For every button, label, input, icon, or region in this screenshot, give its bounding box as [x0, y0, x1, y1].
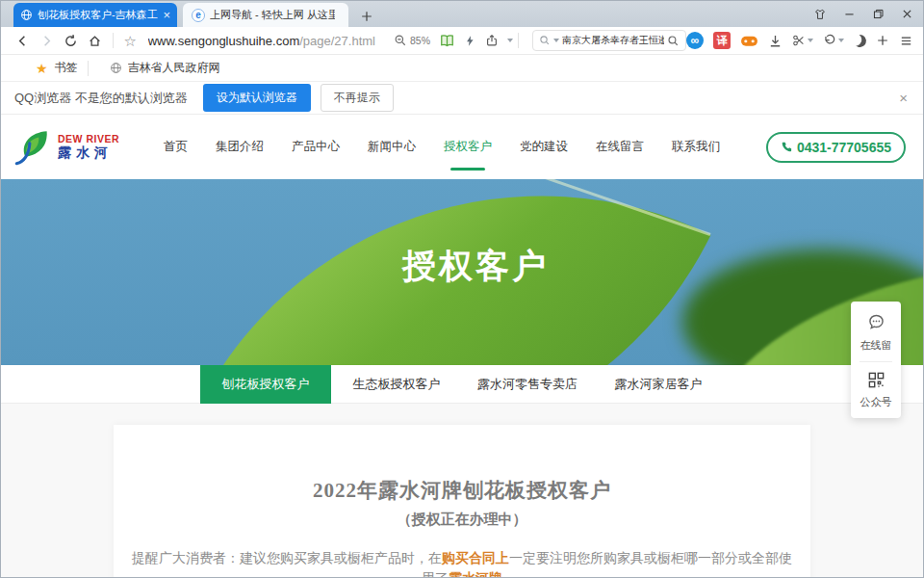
tab-strip: 刨花板授权客户-吉林森工远东林业 × e 上网导航 - 轻快上网 从这里开始 [1, 1, 923, 27]
notification-message: QQ浏览器 不是您的默认浏览器 [14, 90, 188, 107]
chat-bubble-icon [851, 312, 901, 332]
share-icon[interactable] [485, 34, 499, 47]
subtab-particleboard-clients[interactable]: 刨花板授权客户 [200, 365, 331, 404]
search-query[interactable]: 南京大屠杀幸存者王恒逝世 [562, 34, 664, 47]
page-content: 2022年露水河牌刨花板授权客户 （授权正在办理中） 提醒广大消费者：建议您购买… [1, 404, 923, 577]
browser-tab-active[interactable]: 刨花板授权客户-吉林森工远东林业 × [13, 3, 177, 27]
logo-text: DEW RIVER 露水河 [58, 133, 119, 162]
window-controls [813, 1, 913, 27]
chevron-down-icon[interactable] [507, 39, 513, 42]
add-icon[interactable] [876, 34, 889, 47]
bookmarks-bar: ★ 书签 吉林省人民政府网 [1, 55, 923, 82]
bookmark-star-icon[interactable]: ☆ [118, 29, 142, 52]
nav-item-online-message[interactable]: 在线留言 [594, 114, 646, 180]
nav-item-home[interactable]: 首页 [162, 114, 190, 180]
default-browser-notification: QQ浏览器 不是您的默认浏览器 设为默认浏览器 不再提示 × [1, 82, 923, 115]
globe-favicon-icon [20, 9, 33, 21]
minimize-button[interactable] [843, 8, 856, 20]
divider [88, 61, 89, 76]
bookmarks-star-icon[interactable]: ★ [36, 62, 48, 75]
nav-item-group-intro[interactable]: 集团介绍 [214, 114, 266, 180]
reload-button[interactable] [59, 29, 83, 52]
reading-mode-icon[interactable] [439, 33, 455, 49]
nav-item-authorized-clients[interactable]: 授权客户 [442, 114, 494, 180]
bookmark-item[interactable]: 吉林省人民政府网 [110, 60, 220, 76]
notification-close-icon[interactable]: × [899, 90, 908, 106]
chevron-down-icon[interactable] [808, 39, 813, 42]
translate-icon[interactable]: 译 [713, 32, 731, 49]
subtab-retail-stores[interactable]: 露水河零售专卖店 [462, 365, 593, 404]
close-window-button[interactable] [901, 8, 913, 20]
new-tab-button[interactable] [360, 10, 373, 23]
theme-skin-icon[interactable] [813, 8, 827, 21]
menu-hamburger-icon[interactable] [899, 34, 913, 48]
tab-close-icon[interactable]: × [163, 9, 170, 21]
client-category-tabs: 刨花板授权客户 生态板授权客户 露水河零售专卖店 露水河家居客户 [1, 365, 923, 404]
consumer-notice: 提醒广大消费者：建议您购买家具或橱柜产品时，在购买合同上一定要注明您所购家具或橱… [127, 548, 797, 578]
browser-tab-navigation[interactable]: e 上网导航 - 轻快上网 从这里开始 [183, 3, 348, 27]
nav-item-products[interactable]: 产品中心 [290, 114, 342, 180]
back-button[interactable] [11, 29, 35, 52]
notice-em-contract: 购买合同上 [442, 551, 509, 565]
tab-title: 上网导航 - 轻快上网 从这里开始 [210, 8, 335, 22]
logo-zh: 露水河 [58, 144, 119, 162]
history-undo-icon[interactable] [823, 34, 844, 47]
hero-title: 授权客户 [402, 244, 549, 289]
online-message-widget[interactable]: 在线留 [851, 312, 901, 353]
content-title: 2022年露水河牌刨花板授权客户 [114, 477, 810, 504]
search-submit-icon[interactable] [667, 35, 680, 47]
chevron-down-icon[interactable] [838, 39, 844, 42]
site-header: DEW RIVER 露水河 首页 集团介绍 产品中心 新闻中心 授权客户 党的建… [1, 115, 923, 179]
logo-en: DEW RIVER [58, 133, 119, 144]
url-path: /page/27.html [299, 34, 375, 48]
nav-item-party-building[interactable]: 党的建设 [518, 114, 570, 180]
tab-title: 刨花板授权客户-吉林森工远东林业 [38, 8, 158, 22]
divider [518, 33, 519, 48]
url-host: www.sengonglushuihe.com [148, 34, 300, 48]
dont-remind-button[interactable]: 不再提示 [321, 84, 394, 112]
official-account-label: 公众号 [851, 395, 901, 409]
night-mode-icon[interactable] [852, 33, 868, 49]
qq-account-icon[interactable]: ∞ [686, 32, 704, 49]
floating-side-widget: 在线留 公众号 [851, 302, 901, 418]
browser-window: 刨花板授权客户-吉林森工远东林业 × e 上网导航 - 轻快上网 从这里开始 [0, 0, 924, 578]
nav-item-contact[interactable]: 联系我们 [670, 114, 722, 180]
search-box[interactable]: 南京大屠杀幸存者王恒逝世 [532, 30, 686, 51]
phone-icon [781, 141, 793, 153]
subtab-ecoboard-clients[interactable]: 生态板授权客户 [331, 365, 462, 404]
search-engine-caret-icon[interactable] [553, 39, 559, 42]
notice-em-brand: 露水河牌 [449, 571, 502, 578]
content-subtitle: （授权正在办理中） [114, 511, 810, 529]
official-account-widget[interactable]: 公众号 [851, 371, 901, 409]
toolbar-mid-icons [439, 33, 513, 49]
lightning-accelerate-icon[interactable] [464, 35, 476, 47]
site-nav: 首页 集团介绍 产品中心 新闻中心 授权客户 党的建设 在线留言 联系我们 [162, 114, 722, 180]
leaf-logo-icon [11, 127, 55, 168]
divider [860, 361, 892, 362]
qr-code-icon [851, 371, 901, 389]
set-default-browser-button[interactable]: 设为默认浏览器 [203, 84, 311, 112]
phone-button[interactable]: 0431-77705655 [766, 132, 906, 163]
divider [113, 33, 114, 48]
address-bar[interactable]: www.sengonglushuihe.com/page/27.html [148, 34, 392, 48]
phone-number: 0431-77705655 [797, 140, 891, 155]
forward-button[interactable] [35, 29, 59, 52]
browser-toolbar: ☆ www.sengonglushuihe.com/page/27.html 8… [1, 27, 923, 55]
home-button[interactable] [83, 29, 107, 52]
toolbar-right-icons: ∞ 译 [686, 32, 913, 49]
restore-button[interactable] [872, 8, 885, 20]
notice-prefix: 提醒广大消费者：建议您购买家具或橱柜产品时，在 [132, 551, 442, 565]
online-message-label: 在线留 [851, 338, 901, 353]
zoom-level: 85% [410, 35, 430, 46]
nav-item-news[interactable]: 新闻中心 [366, 114, 418, 180]
screenshot-scissors-icon[interactable] [792, 34, 813, 47]
bookmarks-label[interactable]: 书签 [55, 60, 78, 76]
download-icon[interactable] [768, 34, 783, 48]
game-center-icon[interactable] [740, 34, 758, 48]
content-card: 2022年露水河牌刨花板授权客户 （授权正在办理中） 提醒广大消费者：建议您购买… [114, 425, 810, 578]
site-logo[interactable]: DEW RIVER 露水河 [11, 127, 119, 168]
subtab-home-clients[interactable]: 露水河家居客户 [593, 365, 724, 404]
e-browser-icon: e [192, 9, 205, 22]
bookmark-name: 吉林省人民政府网 [128, 60, 220, 76]
page-zoom-control[interactable]: 85% [394, 34, 430, 47]
